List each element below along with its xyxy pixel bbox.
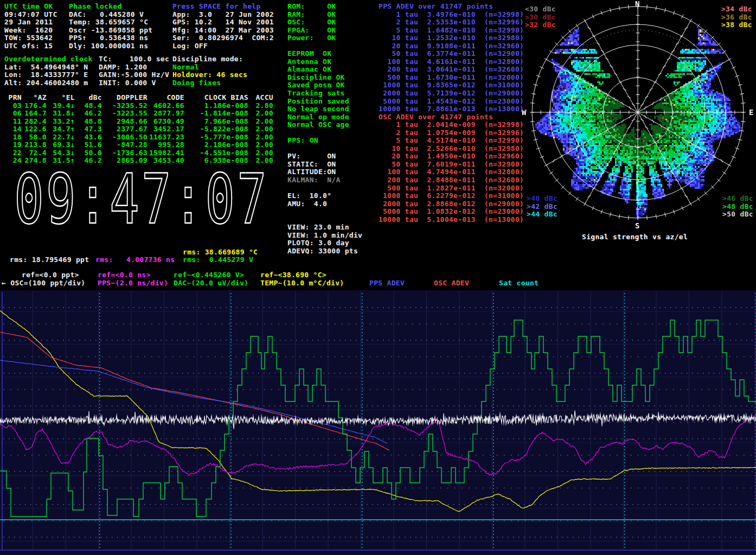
discipline-mode-block: Discipline mode:NormalHoldover: 46 secsD… bbox=[172, 55, 247, 86]
sat-cell: 3452.17 bbox=[148, 125, 184, 133]
dbc-legend-bottom-right: >46 dBc>48 dBc>50 dBc bbox=[722, 194, 753, 218]
rms-pps-readout: rms: 4.007736 ns bbox=[95, 256, 175, 264]
sat-cell: 54.3↓ bbox=[47, 149, 75, 157]
sat-cell: 39.4↓ bbox=[47, 101, 75, 110]
sat-count-trace-label: Sat count bbox=[499, 279, 539, 287]
sat-cell: 48.8 bbox=[75, 117, 102, 125]
sat-col-header: °AZ bbox=[22, 93, 47, 101]
sat-col-header: DOPPLER bbox=[102, 93, 148, 101]
sat-cell: 164.7 bbox=[22, 109, 47, 117]
sat-cell: 14 bbox=[4, 125, 22, 133]
ref-pps-label: ref=<0.0 ns> bbox=[98, 271, 151, 279]
sat-col-header: CODE bbox=[148, 93, 184, 101]
sat-cell: 11637.23 bbox=[148, 133, 184, 141]
sat-cell: 50.0 bbox=[75, 149, 102, 157]
sat-cell: 46.2 bbox=[75, 109, 102, 117]
sat-cell: 2.00 bbox=[248, 117, 273, 125]
sat-col-header: dBc bbox=[75, 93, 102, 101]
oscillator-status-block: Phase lockedDAC: 0.445280 VTemp: 38.6596… bbox=[69, 2, 152, 49]
sat-cell: 34.7↑ bbox=[47, 125, 75, 133]
adev-tables: PPS ADEV over 41747 points 1 tau 3.4976e… bbox=[379, 2, 524, 223]
ref-osc-label: ref=<0.0 ppt> bbox=[22, 271, 79, 279]
sat-cell: -3235.52 bbox=[102, 101, 148, 110]
dbc-legend-top-left: <30 dBc>30 dBc>32 dBc bbox=[525, 5, 556, 29]
ref-temp-label: ref~<38.690 °C> bbox=[260, 271, 326, 279]
sat-cell: 2377.67 bbox=[102, 125, 148, 133]
position-block: Overdetermined clockLat: 54.4964948° NLo… bbox=[4, 55, 93, 86]
sat-cell: 22 bbox=[4, 149, 22, 157]
sat-cell: 1.186e-008 bbox=[184, 101, 248, 110]
pps-scale-label: PPS~(2.0 ns/div) bbox=[98, 279, 168, 287]
sat-cell: -5.777e-008 bbox=[184, 133, 248, 141]
temp-scale-label: TEMP~(10.0 m°C/div) bbox=[260, 279, 344, 287]
sat-cell: 15982.41 bbox=[148, 149, 184, 157]
sat-cell: 33.2↑ bbox=[47, 117, 75, 125]
sat-cell: 51.6 bbox=[75, 141, 102, 149]
sat-cell: 2.00 bbox=[248, 133, 273, 141]
sat-cell: 48.4 bbox=[75, 101, 102, 110]
sat-cell: -3006.50 bbox=[102, 133, 148, 141]
sat-cell: 72.4 bbox=[22, 149, 47, 157]
pps-adev-trace-label: PPS ADEV bbox=[369, 279, 405, 287]
sat-cell: 2877.97 bbox=[148, 109, 184, 117]
utc-time-block: UTC time OK09:47:07 UTC29 Jan 2011Week: … bbox=[4, 2, 57, 49]
sat-cell: 6730.49 bbox=[148, 117, 184, 125]
osc-adev-trace-label: OSC ADEV bbox=[434, 279, 469, 287]
version-help-block: Press SPACE for helpApp: 3.0 27 Jun 2002… bbox=[172, 2, 274, 49]
dac-scale-label: DAC~(20.0 uV/div) bbox=[174, 279, 248, 287]
sat-cell: 11 bbox=[4, 117, 22, 125]
sat-col-header: CLOCK BIAS bbox=[184, 93, 248, 101]
ref-dac-label: ref~<0.445260 V> bbox=[174, 271, 244, 279]
sat-cell: 176.4 bbox=[22, 101, 47, 110]
sat-cell: 47.3 bbox=[75, 125, 102, 133]
osc-scale-label: ← OSC=(100 ppt/div) bbox=[2, 279, 85, 287]
sat-cell: 7.966e-008 bbox=[184, 117, 248, 125]
sat-cell: 18 bbox=[4, 133, 22, 141]
history-strip-chart bbox=[0, 290, 756, 555]
sat-cell: 2.00 bbox=[248, 141, 273, 149]
polar-plot-title: Signal strength vs az/el bbox=[582, 233, 688, 241]
big-digital-clock: 09:47:07 bbox=[14, 160, 269, 240]
loop-params-block: TC: 100.0 secDAMP: 1.200GAIN:-5.000 Hz/V… bbox=[99, 55, 169, 86]
sat-cell: 19 bbox=[4, 141, 22, 149]
sat-cell: 2948.66 bbox=[102, 117, 148, 125]
sat-cell: 2.00 bbox=[248, 109, 273, 117]
sat-cell: 22.7↓ bbox=[47, 133, 75, 141]
sat-cell: 4602.66 bbox=[148, 101, 184, 110]
sat-cell: 69.3↓ bbox=[47, 141, 75, 149]
sat-cell: 2.00 bbox=[248, 125, 273, 133]
sat-col-header: PRN bbox=[4, 93, 22, 101]
sat-cell: -1.814e-008 bbox=[184, 109, 248, 117]
satellite-table: PRN°AZ°ELdBcDOPPLERCODECLOCK BIASACCU031… bbox=[4, 93, 273, 164]
sat-cell: 122.6 bbox=[22, 125, 47, 133]
sat-col-header: °EL bbox=[47, 93, 75, 101]
sat-cell: 2.186e-008 bbox=[184, 141, 248, 149]
sat-cell: 2.80 bbox=[248, 101, 273, 110]
dbc-legend-bottom-left: >40 dBc>42 dBc>44 dBc bbox=[527, 194, 558, 218]
sat-cell: 06 bbox=[4, 109, 22, 117]
rms-osc-readout: rms: 18.795469 ppt bbox=[10, 256, 89, 264]
sat-cell: -5.822e-008 bbox=[184, 125, 248, 133]
sat-cell: 282.4 bbox=[22, 117, 47, 125]
sat-cell: -4.551e-008 bbox=[184, 149, 248, 157]
rms-temp-readout: rms: 38.669689 °C bbox=[183, 248, 258, 256]
dbc-legend-top-right: >34 dBc>36 dBc>38 dBc bbox=[721, 5, 752, 29]
rms-dac-readout: rms: 0.445279 V bbox=[183, 256, 253, 264]
gps-monitor-screen: UTC time OK09:47:07 UTC29 Jan 2011Week: … bbox=[0, 0, 756, 555]
sat-cell: -847.28 bbox=[102, 141, 148, 149]
sat-col-header: ACCU bbox=[248, 93, 273, 101]
sat-cell: 58.0 bbox=[22, 133, 47, 141]
sat-cell: -1736.63 bbox=[102, 149, 148, 157]
sat-cell: 43.6 bbox=[75, 133, 102, 141]
sat-cell: -3223.55 bbox=[102, 109, 148, 117]
sat-cell: 2.00 bbox=[248, 149, 273, 157]
sat-cell: 31.8↓ bbox=[47, 109, 75, 117]
sat-cell: 03 bbox=[4, 101, 22, 110]
sat-cell: 995.28 bbox=[148, 141, 184, 149]
sat-cell: 213.8 bbox=[22, 141, 47, 149]
receiver-status-block: ROM: OKRAM: OKOSC: OKFPGA: OKPower: OK E… bbox=[287, 2, 362, 255]
